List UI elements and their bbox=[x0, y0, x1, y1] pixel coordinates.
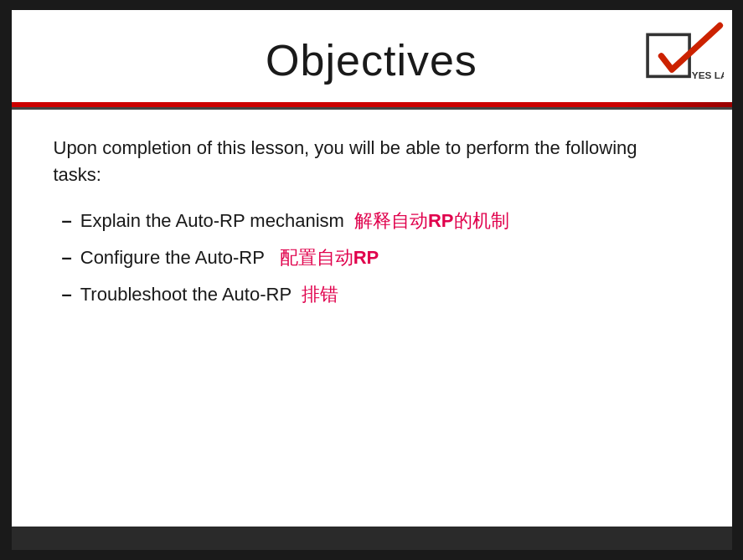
bullet-en-text: Explain the Auto-RP mechanism bbox=[80, 210, 349, 231]
bullet-cn-text: 解释自动RP的机制 bbox=[354, 210, 509, 231]
bullet-dash: – bbox=[62, 247, 72, 269]
list-item: – Explain the Auto-RP mechanism 解释自动RP的机… bbox=[62, 208, 690, 234]
bullet-dash: – bbox=[62, 284, 72, 306]
slide-title: Objectives bbox=[266, 35, 477, 85]
yeslab-logo: YES LAB bbox=[640, 17, 724, 84]
slide-header: Objectives YES LAB bbox=[12, 10, 732, 102]
bullet-content: Explain the Auto-RP mechanism 解释自动RP的机制 bbox=[80, 208, 509, 234]
bullet-en-text: Configure the Auto-RP bbox=[80, 247, 275, 268]
bullet-dash: – bbox=[62, 210, 72, 232]
intro-text: Upon completion of this lesson, you will… bbox=[54, 135, 690, 188]
slide-container: Objectives YES LAB Upon completion of th… bbox=[12, 10, 732, 550]
list-item: – Configure the Auto-RP 配置自动RP bbox=[62, 245, 690, 270]
bullet-en-text: Troubleshoot the Auto-RP bbox=[80, 284, 297, 305]
slide-body: Upon completion of this lesson, you will… bbox=[12, 110, 732, 527]
bullet-list: – Explain the Auto-RP mechanism 解释自动RP的机… bbox=[54, 208, 690, 307]
svg-text:YES LAB: YES LAB bbox=[691, 69, 723, 81]
bullet-content: Troubleshoot the Auto-RP 排错 bbox=[80, 282, 338, 307]
slide-footer bbox=[12, 527, 732, 550]
list-item: – Troubleshoot the Auto-RP 排错 bbox=[62, 282, 690, 307]
bullet-cn-text: 排错 bbox=[302, 284, 338, 305]
bullet-content: Configure the Auto-RP 配置自动RP bbox=[80, 245, 379, 270]
bullet-cn-text: 配置自动RP bbox=[280, 247, 379, 268]
